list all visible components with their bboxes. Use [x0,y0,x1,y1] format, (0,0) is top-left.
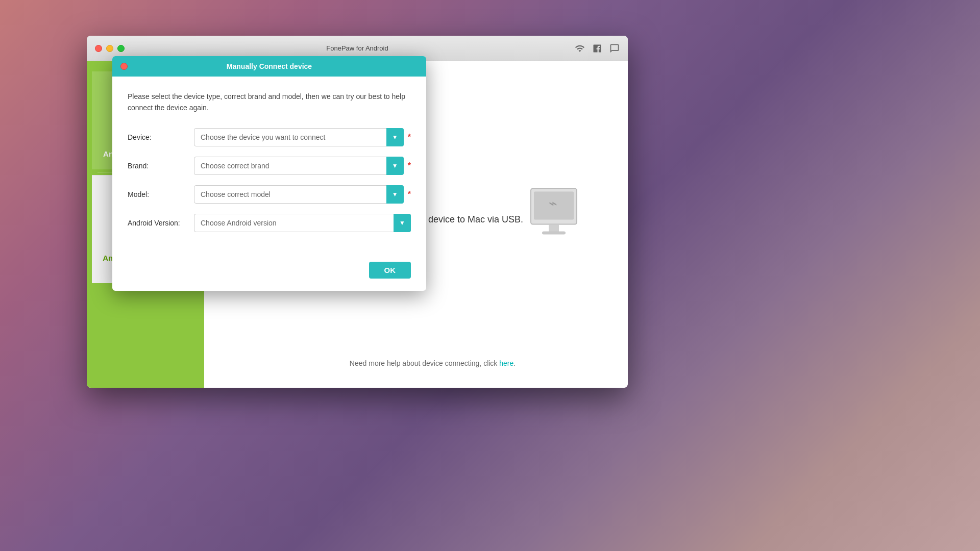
device-form-row: Device: Choose the device you want to co… [128,128,411,146]
modal-footer: OK [112,257,426,291]
maximize-button[interactable] [117,45,125,52]
facebook-icon[interactable] [592,43,602,54]
brand-form-row: Brand: Choose correct brand ▼ * [128,157,411,175]
android-version-label: Android Version: [128,219,194,227]
modal-title-bar: Manually Connect device [112,56,426,77]
help-message: Need more help about device connecting, … [350,359,516,367]
traffic-lights [95,45,125,52]
device-label: Device: [128,133,194,141]
model-form-row: Model: Choose correct model ▼ * [128,185,411,204]
brand-select[interactable]: Choose correct brand [194,157,404,175]
android-version-select-wrapper: Choose Android version ▼ [194,214,411,232]
svg-rect-27 [542,232,566,235]
android-version-select[interactable]: Choose Android version [194,214,411,232]
computer-illustration: ⌁ [521,184,587,252]
svg-text:⌁: ⌁ [549,195,557,211]
close-button[interactable] [95,45,102,52]
ok-button[interactable]: OK [369,262,411,279]
modal-body: Please select the device type, correct b… [112,77,426,257]
wifi-icon[interactable] [575,43,585,54]
help-link[interactable]: here [499,359,513,367]
help-text-area: Need more help about device connecting, … [350,359,516,367]
modal-dialog: Manually Connect device Please select th… [112,56,426,291]
modal-close-button[interactable] [120,63,128,70]
model-select-wrapper: Choose correct model ▼ [194,185,404,204]
brand-select-wrapper: Choose correct brand ▼ [194,157,404,175]
minimize-button[interactable] [106,45,113,52]
brand-label: Brand: [128,162,194,170]
modal-description: Please select the device type, correct b… [128,91,411,114]
android-version-form-row: Android Version: Choose Android version … [128,214,411,232]
device-select-wrapper: Choose the device you want to connect ▼ [194,128,404,146]
model-select[interactable]: Choose correct model [194,185,404,204]
window-title: FonePaw for Android [326,44,388,52]
model-label: Model: [128,190,194,198]
device-select[interactable]: Choose the device you want to connect [194,128,404,146]
svg-rect-26 [549,224,559,232]
title-bar-icons [575,43,620,54]
brand-required: * [408,161,411,170]
model-required: * [408,190,411,199]
modal-title: Manually Connect device [227,62,312,70]
device-required: * [408,133,411,142]
chat-icon[interactable] [609,43,620,54]
